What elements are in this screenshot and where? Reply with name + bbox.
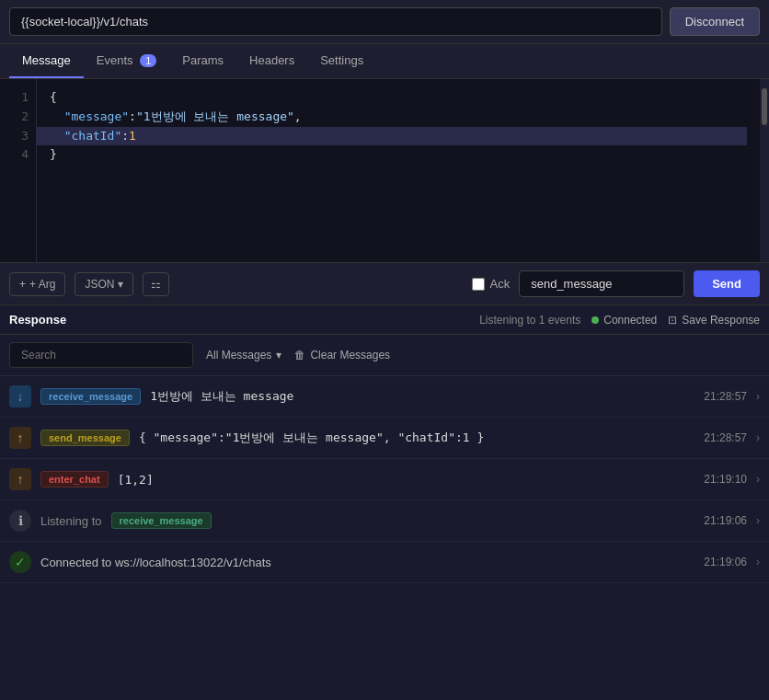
connected-message: Connected to ws://localhost:13022/v1/cha… [40,556,271,569]
response-header: Response Listening to 1 events Connected… [0,305,769,335]
arrow-up-icon: ↑ [9,468,31,490]
table-row[interactable]: ↓ receive_message 1번방에 보내는 message 21:28… [0,376,769,418]
code-content[interactable]: { "message":"1번방에 보내는 message", "chatId"… [37,79,760,262]
event-name-input[interactable] [519,270,684,297]
top-bar: Disconnect [0,0,769,44]
send-button[interactable]: Send [694,270,760,297]
connected-badge: Connected [591,314,657,327]
disconnect-button[interactable]: Disconnect [670,7,760,36]
save-icon: ⊡ [668,314,677,327]
event-badge: receive_message [111,512,212,529]
arrow-down-icon: ↓ [9,385,31,407]
event-badge: send_message [40,430,130,446]
line-numbers: 1 2 3 4 [0,79,37,262]
tab-params[interactable]: Params [169,44,236,78]
filter-bar: All Messages ▾ 🗑 Clear Messages [0,335,769,376]
listening-count: Listening to 1 events [479,314,580,327]
listening-label: Listening to [40,514,102,528]
all-messages-dropdown[interactable]: All Messages ▾ [202,349,285,361]
tab-message[interactable]: Message [9,44,84,78]
clear-messages-button[interactable]: 🗑 Clear Messages [294,349,390,361]
tab-headers[interactable]: Headers [236,44,307,78]
response-meta: Listening to 1 events Connected ⊡ Save R… [75,314,760,327]
chevron-down-icon: ▾ [276,349,281,361]
message-content: { "message":"1번방에 보내는 message", "chatId"… [139,430,694,446]
table-row[interactable]: ↑ send_message { "message":"1번방에 보내는 mes… [0,418,769,459]
table-row[interactable]: ✓ Connected to ws://localhost:13022/v1/c… [0,542,769,583]
editor-scrollbar[interactable] [760,79,769,262]
trash-icon: 🗑 [294,349,305,361]
event-badge: receive_message [40,388,141,405]
search-input[interactable] [9,342,193,368]
messages-list: ↓ receive_message 1번방에 보내는 message 21:28… [0,376,769,583]
expand-icon[interactable]: › [756,514,760,527]
message-time: 21:19:06 [704,514,747,527]
url-input[interactable] [9,7,662,36]
event-badge: enter_chat [40,471,109,488]
message-time: 21:19:10 [704,473,747,486]
expand-icon[interactable]: › [756,390,760,403]
message-time: 21:19:06 [704,556,747,568]
json-dropdown[interactable]: JSON ▾ [75,272,133,296]
expand-icon[interactable]: › [756,473,760,486]
table-row[interactable]: ℹ Listening to receive_message 21:19:06 … [0,500,769,542]
format-button[interactable]: ⚏ [143,272,169,296]
table-row[interactable]: ↑ enter_chat [1,2] 21:19:10 › [0,459,769,500]
add-arg-button[interactable]: + + Arg [9,272,65,296]
message-time: 21:28:57 [704,431,747,444]
response-title: Response [9,313,66,327]
message-time: 21:28:57 [704,390,747,403]
ack-checkbox[interactable] [472,278,485,291]
format-icon: ⚏ [151,278,161,291]
code-editor: 1 2 3 4 { "message":"1번방에 보내는 message", … [0,79,769,263]
toolbar: + + Arg JSON ▾ ⚏ Ack Send [0,263,769,305]
expand-icon[interactable]: › [756,431,760,444]
tab-settings[interactable]: Settings [307,44,376,78]
check-icon: ✓ [9,551,31,573]
connected-dot [591,316,599,324]
chevron-down-icon: ▾ [118,278,123,291]
info-icon: ℹ [9,510,31,532]
ack-label: Ack [472,277,511,291]
save-response-button[interactable]: ⊡ Save Response [668,314,760,327]
tabs-bar: Message Events 1 Params Headers Settings [0,44,769,79]
message-content: 1번방에 보내는 message [150,388,694,405]
tab-events[interactable]: Events 1 [84,44,170,78]
message-content: [1,2] [118,473,695,487]
scrollbar-thumb [762,88,767,125]
expand-icon[interactable]: › [756,556,760,568]
events-badge: 1 [140,54,156,67]
plus-icon: + [19,278,26,291]
arrow-up-icon: ↑ [9,427,31,449]
